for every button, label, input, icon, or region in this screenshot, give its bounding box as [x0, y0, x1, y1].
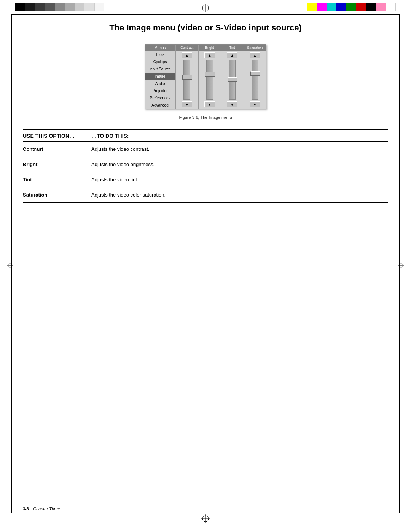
- slider-tint-track: [229, 60, 236, 100]
- footer-chapter-ref: 3-6: [23, 506, 29, 511]
- swatch-mid2: [65, 3, 75, 11]
- menu-item-audio[interactable]: Audio: [145, 80, 175, 87]
- table-row-tint: Tint Adjusts the video tint.: [23, 172, 388, 187]
- option-tint: Tint: [23, 177, 91, 182]
- option-table: USE THIS OPTION… …TO DO THIS: Contrast A…: [23, 129, 388, 203]
- left-swatches: [15, 3, 104, 11]
- slider-tint-header: Tint: [221, 45, 244, 51]
- bottom-border: [11, 513, 400, 513]
- table-row-saturation: Saturation Adjusts the video color satur…: [23, 187, 388, 203]
- menu-item-cyclops[interactable]: Cyclops: [145, 58, 175, 66]
- slider-saturation-track: [252, 60, 258, 100]
- right-swatches: [307, 3, 396, 11]
- top-reg-mark: [201, 4, 210, 14]
- slider-saturation-header: Saturation: [244, 45, 266, 51]
- menu-item-projector[interactable]: Projector: [145, 87, 175, 94]
- slider-tint: Tint ▲ ▼: [221, 45, 244, 109]
- footer-chapter-name: Chapter Three: [33, 506, 60, 511]
- swatch-dark1: [25, 3, 35, 11]
- slider-contrast-up[interactable]: ▲: [182, 52, 192, 58]
- swatch-light1: [75, 3, 84, 11]
- slider-saturation: Saturation ▲ ▼: [244, 45, 266, 109]
- slider-saturation-up[interactable]: ▲: [250, 52, 260, 58]
- slider-bright-track: [206, 60, 213, 100]
- slider-columns: Contrast ▲ ▼ Bright ▲ ▼: [175, 45, 266, 109]
- slider-saturation-thumb[interactable]: [250, 71, 260, 76]
- slider-tint-down[interactable]: ▼: [227, 101, 237, 107]
- table-row-bright: Bright Adjusts the video brightness.: [23, 157, 388, 172]
- slider-contrast-header: Contrast: [176, 45, 198, 51]
- slider-bright: Bright ▲ ▼: [198, 45, 221, 109]
- swatch-pink: [376, 3, 386, 11]
- col1-header: USE THIS OPTION…: [23, 133, 91, 139]
- top-border: [11, 14, 400, 15]
- menu-sidebar: Menus Tools Cyclops Input Source Image A…: [145, 45, 175, 109]
- swatch-red: [356, 3, 366, 11]
- page-title: The Image menu (video or S-Video input s…: [23, 23, 388, 33]
- slider-bright-header: Bright: [199, 45, 221, 51]
- swatch-dark3: [45, 3, 55, 11]
- col2-header: …TO DO THIS:: [91, 133, 388, 139]
- swatch-white: [94, 3, 104, 11]
- desc-contrast: Adjusts the video contrast.: [91, 146, 388, 152]
- slider-bright-thumb[interactable]: [205, 72, 215, 77]
- swatch-magenta: [317, 3, 327, 11]
- slider-bright-down[interactable]: ▼: [204, 101, 215, 107]
- swatch-dark2: [35, 3, 45, 11]
- swatch-green: [346, 3, 356, 11]
- left-reg-mark: [7, 262, 13, 270]
- menu-item-image[interactable]: Image: [145, 73, 175, 80]
- desc-bright: Adjusts the video brightness.: [91, 161, 388, 167]
- menu-item-advanced[interactable]: Advanced: [145, 102, 175, 109]
- slider-bright-up[interactable]: ▲: [204, 52, 215, 58]
- menu-item-inputsource[interactable]: Input Source: [145, 66, 175, 73]
- footer: 3-6 Chapter Three: [23, 506, 60, 511]
- figure-caption: Figure 3-6, The Image menu: [23, 115, 388, 120]
- slider-contrast-track: [183, 60, 190, 100]
- option-bright: Bright: [23, 161, 91, 167]
- swatch-black2: [366, 3, 376, 11]
- slider-tint-thumb[interactable]: [228, 77, 237, 82]
- swatch-black: [15, 3, 25, 11]
- swatch-blue: [336, 3, 346, 11]
- slider-contrast: Contrast ▲ ▼: [175, 45, 198, 109]
- swatch-light2: [84, 3, 94, 11]
- table-row-contrast: Contrast Adjusts the video contrast.: [23, 142, 388, 157]
- desc-tint: Adjusts the video tint.: [91, 177, 388, 182]
- menu-item-preferences[interactable]: Preferences: [145, 94, 175, 102]
- slider-saturation-down[interactable]: ▼: [250, 101, 260, 107]
- bottom-reg-mark: [201, 514, 210, 524]
- right-reg-mark: [398, 262, 404, 270]
- swatch-cyan: [327, 3, 336, 11]
- menu-ui: Menus Tools Cyclops Input Source Image A…: [145, 44, 266, 109]
- main-content: The Image menu (video or S-Video input s…: [23, 23, 388, 203]
- slider-contrast-thumb[interactable]: [182, 75, 192, 80]
- table-header: USE THIS OPTION… …TO DO THIS:: [23, 129, 388, 142]
- swatch-white2: [386, 3, 396, 11]
- menu-screenshot: Menus Tools Cyclops Input Source Image A…: [23, 44, 388, 109]
- option-saturation: Saturation: [23, 192, 91, 198]
- swatch-mid1: [55, 3, 65, 11]
- swatch-yellow: [307, 3, 317, 11]
- menu-sidebar-header: Menus: [145, 45, 175, 51]
- option-contrast: Contrast: [23, 146, 91, 152]
- slider-contrast-down[interactable]: ▼: [182, 101, 192, 107]
- desc-saturation: Adjusts the video color saturation.: [91, 192, 388, 198]
- slider-tint-up[interactable]: ▲: [227, 52, 237, 58]
- menu-item-tools[interactable]: Tools: [145, 51, 175, 58]
